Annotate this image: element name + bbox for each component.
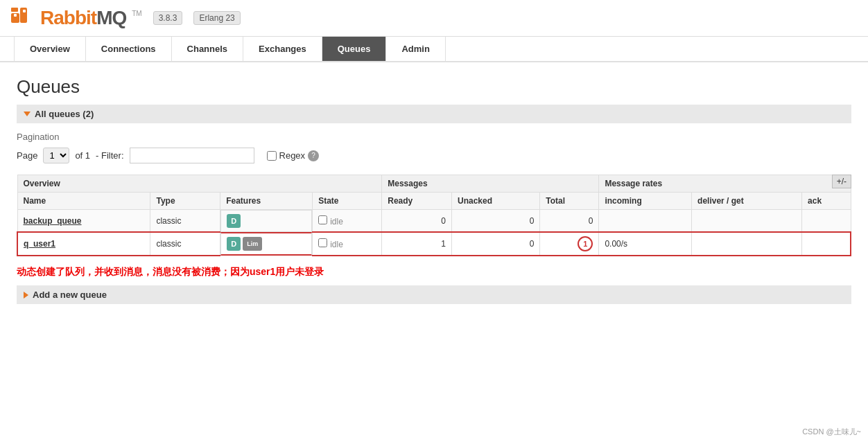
nav-link-admin[interactable]: Admin (386, 37, 445, 61)
col-unacked: Unacked (451, 193, 539, 210)
state-label: idle (330, 240, 343, 249)
rabbitmq-logo-icon (11, 8, 36, 28)
nav-link-overview[interactable]: Overview (14, 37, 86, 61)
cell-deliver-get (692, 210, 802, 233)
cell-features: D (220, 210, 312, 232)
all-queues-section-header[interactable]: All queues (2) (17, 105, 851, 123)
group-header-rates: Message rates (599, 175, 851, 193)
nav-item-overview[interactable]: Overview (14, 37, 86, 61)
add-queue-section[interactable]: Add a new queue (17, 285, 851, 304)
of-text: of 1 (75, 150, 90, 161)
nav-item-queues[interactable]: Queues (322, 37, 387, 61)
nav-link-queues[interactable]: Queues (322, 37, 387, 61)
main-nav: Overview Connections Channels Exchanges … (0, 37, 868, 62)
help-badge[interactable]: ? (308, 150, 319, 161)
cell-features: DLim (220, 232, 312, 256)
col-header-row: Name Type Features State Ready Unacked T… (17, 193, 851, 210)
feature-badge: Lim (243, 237, 262, 251)
regex-area: Regex ? (267, 150, 320, 161)
add-queue-label: Add a new queue (33, 290, 107, 300)
logo-tm: TM (132, 10, 141, 17)
col-deliver-get: deliver / get (692, 193, 802, 210)
queue-name-link[interactable]: q_user1 (24, 239, 55, 249)
nav-item-channels[interactable]: Channels (172, 37, 244, 61)
queue-table: Overview Messages Message rates Name Typ… (17, 175, 851, 256)
nav-link-connections[interactable]: Connections (86, 37, 172, 61)
nav-item-connections[interactable]: Connections (86, 37, 172, 61)
col-ready: Ready (382, 193, 452, 210)
svg-rect-3 (14, 14, 17, 17)
header: RabbitMQ TM 3.8.3 Erlang 23 (0, 0, 868, 37)
logo-area: RabbitMQ TM 3.8.3 Erlang 23 (11, 7, 241, 29)
collapse-icon (24, 112, 31, 116)
page-title: Queues (17, 76, 851, 98)
cell-total: 0 (540, 210, 599, 233)
feature-badge: D (227, 237, 241, 251)
logo-rabbit (11, 8, 36, 28)
nav-item-exchanges[interactable]: Exchanges (243, 37, 322, 61)
col-type: Type (150, 193, 220, 210)
pagination-section: Pagination Page 1 of 1 - Filter: Regex ? (17, 132, 851, 163)
all-queues-label: All queues (2) (35, 109, 94, 119)
cell-unacked: 0 (451, 210, 539, 233)
table-row[interactable]: q_user1classicDLimidle1010.00/s (17, 232, 851, 256)
regex-checkbox[interactable] (267, 151, 277, 161)
state-label: idle (330, 217, 343, 227)
table-row[interactable]: backup_queueclassicDidle000 (17, 210, 851, 233)
nav-item-admin[interactable]: Admin (386, 37, 445, 61)
cell-incoming (599, 210, 692, 233)
queue-name-link[interactable]: backup_queue (24, 216, 82, 226)
cell-ready: 1 (382, 232, 452, 256)
cell-type: classic (150, 210, 220, 233)
cell-ack (802, 232, 851, 256)
cell-deliver-get (692, 232, 802, 256)
nav-link-exchanges[interactable]: Exchanges (243, 37, 322, 61)
group-header-messages: Messages (382, 175, 599, 193)
state-checkbox[interactable] (318, 238, 327, 247)
group-header-overview: Overview (17, 175, 382, 193)
regex-label: Regex (279, 150, 306, 161)
cell-name[interactable]: q_user1 (17, 232, 150, 256)
erlang-badge: Erlang 23 (193, 11, 240, 25)
cell-unacked: 0 (451, 232, 539, 256)
col-incoming: incoming (599, 193, 692, 210)
cell-total: 1 (540, 232, 599, 256)
col-total: Total (540, 193, 599, 210)
col-ack: ack (802, 193, 851, 210)
cell-name[interactable]: backup_queue (17, 210, 150, 233)
total-circle-badge: 1 (578, 236, 593, 251)
col-features: Features (220, 193, 313, 210)
cell-incoming: 0.00/s (599, 232, 692, 256)
pagination-controls: Page 1 of 1 - Filter: Regex ? (17, 148, 851, 163)
svg-rect-4 (23, 10, 26, 12)
annotation-text: 动态创建了队列，并收到消息，消息没有被消费；因为user1用户未登录 (17, 266, 851, 278)
cell-state: idle (313, 232, 382, 256)
col-name: Name (17, 193, 150, 210)
page-label: Page (17, 150, 37, 161)
logo-text: RabbitMQ (40, 7, 126, 29)
expand-icon (24, 292, 28, 299)
version-badge: 3.8.3 (153, 11, 183, 25)
col-state: State (313, 193, 382, 210)
filter-input[interactable] (130, 148, 254, 163)
pagination-label: Pagination (17, 132, 851, 142)
plus-minus-button[interactable]: +/- (832, 175, 851, 188)
state-checkbox[interactable] (318, 215, 327, 224)
nav-link-channels[interactable]: Channels (172, 37, 244, 61)
table-container: +/- Overview Messages Message rates Name… (17, 175, 851, 256)
page-select[interactable]: 1 (43, 148, 69, 163)
filter-label: - Filter: (96, 150, 123, 161)
svg-rect-2 (11, 8, 18, 12)
cell-ack (802, 210, 851, 233)
group-header-row: Overview Messages Message rates (17, 175, 851, 193)
feature-badge: D (227, 214, 241, 228)
cell-type: classic (150, 232, 220, 256)
main-content: Queues All queues (2) Pagination Page 1 … (0, 62, 868, 318)
cell-state: idle (313, 210, 382, 233)
cell-ready: 0 (382, 210, 452, 233)
